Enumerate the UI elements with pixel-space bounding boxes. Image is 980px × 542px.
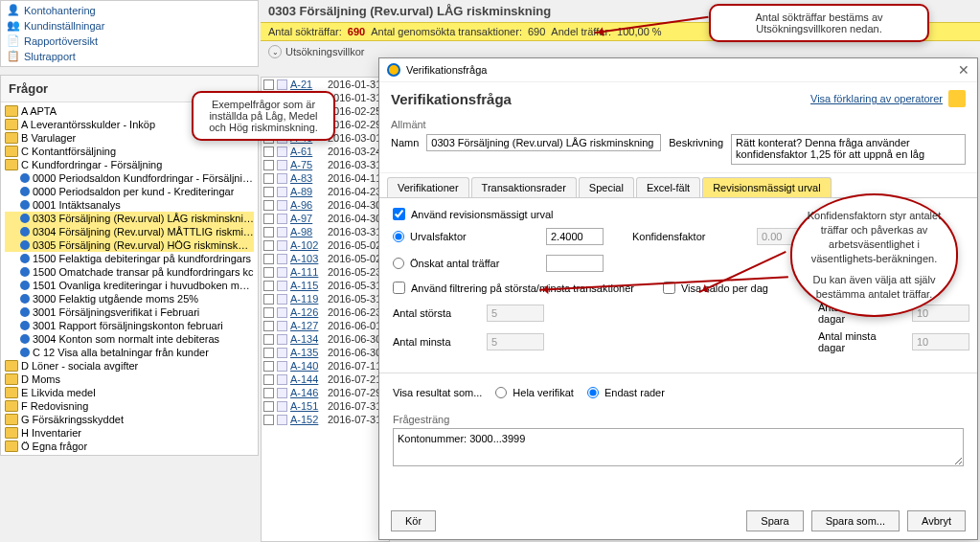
- tree-item[interactable]: 0305 Försäljning (Rev.urval) HÖG riskmin…: [5, 238, 254, 252]
- tree-item[interactable]: 0001 Intäktsanalys: [5, 198, 254, 212]
- tree-folder[interactable]: Ö Egna frågor: [5, 440, 254, 453]
- transaction-row[interactable]: A-1152016-05-31: [262, 279, 389, 292]
- tree-folder[interactable]: H Inventarier: [5, 426, 254, 440]
- urvalsfaktor-radio[interactable]: [393, 231, 404, 242]
- tree-item[interactable]: 0303 Försäljning (Rev.urval) LÅG riskmin…: [5, 212, 254, 225]
- tree-folder[interactable]: E Likvida medel: [5, 386, 254, 399]
- save-as-button[interactable]: Spara som...: [811, 510, 900, 531]
- nav-account[interactable]: 👤Kontohantering: [3, 3, 256, 18]
- hela-verifikat-row[interactable]: Hela verifikat: [495, 387, 574, 398]
- endast-rader-radio[interactable]: [587, 387, 599, 398]
- transaction-row[interactable]: A-1262016-06-23: [262, 305, 389, 319]
- onskat-radio-row[interactable]: Önskat antal träffar: [393, 258, 536, 269]
- transaction-id[interactable]: A-126: [290, 306, 325, 318]
- description-input[interactable]: Rätt konterat? Denna fråga använder konf…: [731, 134, 966, 165]
- checkbox-icon[interactable]: [263, 147, 274, 157]
- close-icon[interactable]: ✕: [958, 62, 969, 78]
- checkbox-icon[interactable]: [263, 187, 274, 197]
- fragestrang-input[interactable]: Kontonummer: 3000...3999: [393, 428, 964, 466]
- tree-folder[interactable]: G Försäkringsskyddet: [5, 413, 254, 426]
- tree-folder[interactable]: C Kontantförsäljning: [5, 145, 254, 158]
- checkbox-icon[interactable]: [263, 160, 274, 170]
- checkbox-icon[interactable]: [263, 415, 274, 425]
- tree-item[interactable]: 3004 Konton som normalt inte debiteras: [5, 332, 254, 346]
- transaction-id[interactable]: A-146: [290, 387, 325, 398]
- transaction-id[interactable]: A-98: [290, 226, 325, 237]
- transaction-id[interactable]: A-144: [290, 373, 325, 385]
- transaction-row[interactable]: A-1442016-07-21: [262, 373, 389, 386]
- onskat-input[interactable]: [546, 255, 604, 272]
- tab[interactable]: Special: [579, 177, 634, 197]
- transaction-id[interactable]: A-119: [290, 293, 325, 305]
- transaction-id[interactable]: A-140: [290, 360, 325, 372]
- show-operator-explanation-link[interactable]: Visa förklaring av operatorer: [810, 93, 943, 104]
- tree-folder[interactable]: D Moms: [5, 373, 254, 386]
- transaction-row[interactable]: A-212016-01-31: [262, 78, 389, 91]
- use-revision-checkbox[interactable]: [393, 208, 405, 220]
- transaction-row[interactable]: A-1112016-05-23: [262, 265, 389, 279]
- onskat-radio[interactable]: [393, 258, 404, 269]
- nav-user-settings[interactable]: 👥Kundinställningar: [3, 18, 256, 34]
- checkbox-icon[interactable]: [263, 214, 274, 224]
- checkbox-icon[interactable]: [263, 388, 274, 398]
- transaction-id[interactable]: A-96: [290, 199, 325, 211]
- transaction-id[interactable]: A-89: [290, 186, 325, 197]
- save-button[interactable]: Spara: [746, 510, 803, 531]
- tree-item[interactable]: 0000 Periodsaldon Kundfordringar - Försä…: [5, 171, 254, 185]
- tree-item[interactable]: 1500 Felaktiga debiteringar på kundfordr…: [5, 252, 254, 265]
- transaction-row[interactable]: A-1352016-06-30: [262, 346, 389, 359]
- tree-item[interactable]: 0304 Försäljning (Rev.urval) MÅTTLIG ris…: [5, 225, 254, 238]
- checkbox-icon[interactable]: [263, 374, 274, 385]
- name-input[interactable]: [426, 134, 661, 151]
- transaction-id[interactable]: A-134: [290, 333, 325, 345]
- checkbox-icon[interactable]: [263, 348, 274, 358]
- transaction-id[interactable]: A-102: [290, 239, 325, 251]
- checkbox-icon[interactable]: [263, 267, 274, 278]
- checkbox-icon[interactable]: [263, 173, 274, 184]
- tree-folder[interactable]: D Löner - sociala avgifter: [5, 359, 254, 373]
- transaction-row[interactable]: A-972016-04-30: [262, 212, 389, 225]
- transaction-id[interactable]: A-21: [290, 79, 325, 90]
- tab[interactable]: Excel-fält: [636, 177, 700, 197]
- wizard-icon[interactable]: [948, 90, 966, 107]
- transaction-row[interactable]: A-1522016-07-31: [262, 413, 389, 426]
- transaction-row[interactable]: A-892016-04-23: [262, 185, 389, 198]
- transaction-row[interactable]: A-1402016-07-11: [262, 359, 389, 373]
- urvalsfaktor-input[interactable]: [546, 228, 604, 245]
- tree-item[interactable]: 1501 Ovanliga krediteringar i huvudboken…: [5, 279, 254, 292]
- tree-item[interactable]: 1500 Omatchade transar på kundfordringar…: [5, 265, 254, 279]
- nav-final-report[interactable]: 📋Slutrapport: [3, 49, 256, 64]
- tree-item[interactable]: 0000 Periodsaldon per kund - Kreditering…: [5, 185, 254, 198]
- transaction-row[interactable]: A-1192016-05-31: [262, 292, 389, 305]
- tree-item[interactable]: C 12 Visa alla betalningar från kunder: [5, 346, 254, 359]
- endast-rader-row[interactable]: Endast rader: [587, 387, 665, 398]
- transaction-row[interactable]: A-1032016-05-02: [262, 252, 389, 265]
- transaction-row[interactable]: A-982016-03-31: [262, 225, 389, 238]
- transaction-id[interactable]: A-151: [290, 400, 325, 412]
- checkbox-icon[interactable]: [263, 321, 274, 331]
- tab[interactable]: Verifikationer: [387, 177, 469, 197]
- checkbox-icon[interactable]: [263, 294, 274, 305]
- urvalsfaktor-radio-row[interactable]: Urvalsfaktor: [393, 231, 536, 242]
- transaction-id[interactable]: A-83: [290, 172, 325, 184]
- tree-folder[interactable]: F Redovisning: [5, 399, 254, 413]
- transaction-id[interactable]: A-115: [290, 280, 325, 291]
- checkbox-icon[interactable]: [263, 240, 274, 251]
- transaction-row[interactable]: A-1512016-07-31: [262, 399, 389, 413]
- transaction-id[interactable]: A-103: [290, 253, 325, 264]
- tree-item[interactable]: 3000 Felaktig utgående moms 25%: [5, 292, 254, 305]
- tree-item[interactable]: 3001 Försäljningsverifikat i Februari: [5, 305, 254, 319]
- transaction-id[interactable]: A-111: [290, 266, 325, 278]
- checkbox-icon[interactable]: [263, 401, 274, 412]
- tab[interactable]: Transaktionsrader: [471, 177, 577, 197]
- nav-report-overview[interactable]: 📄Rapportöversikt: [3, 34, 256, 49]
- checkbox-icon[interactable]: [263, 281, 274, 291]
- tree-item[interactable]: 3001 Rapport försäljningskonton februari: [5, 319, 254, 332]
- transaction-row[interactable]: A-962016-04-30: [262, 198, 389, 212]
- hela-verifikat-radio[interactable]: [495, 387, 507, 398]
- transaction-row[interactable]: A-1272016-06-01: [262, 319, 389, 332]
- transaction-id[interactable]: A-135: [290, 347, 325, 358]
- transaction-id[interactable]: A-127: [290, 320, 325, 331]
- cancel-button[interactable]: Avbryt: [907, 510, 966, 531]
- checkbox-icon[interactable]: [263, 254, 274, 264]
